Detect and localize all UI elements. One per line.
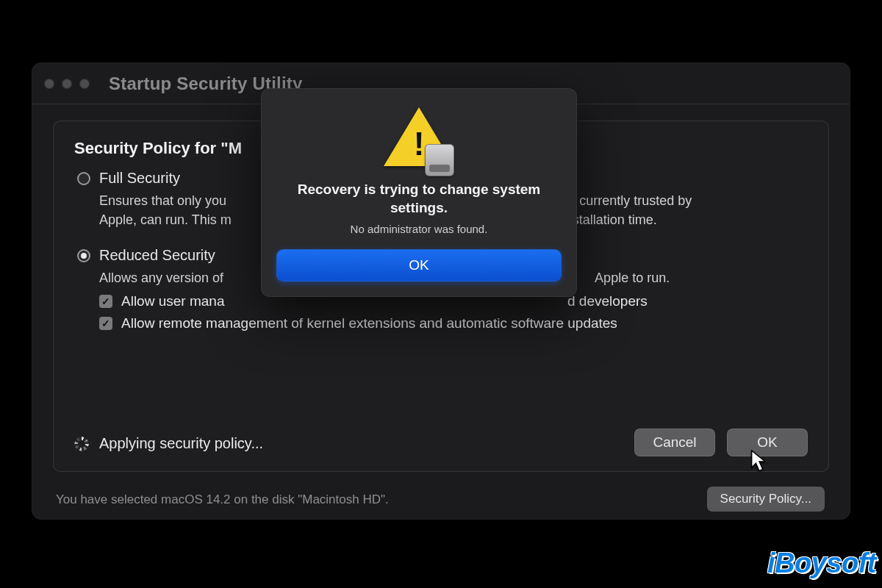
checkbox-icon[interactable]: ✓: [99, 295, 112, 308]
watermark: iBoysoft: [767, 548, 876, 579]
status-text: Applying security policy...: [99, 435, 263, 452]
security-policy-button[interactable]: Security Policy...: [707, 487, 825, 512]
footer-text: You have selected macOS 14.2 on the disk…: [56, 492, 389, 507]
dialog-subtitle: No administrator was found.: [277, 223, 561, 235]
minimize-dot[interactable]: [62, 79, 72, 89]
status-row: Applying security policy...: [74, 435, 263, 452]
warning-icon: !: [277, 107, 561, 171]
panel-button-row: Cancel OK: [634, 429, 808, 456]
dialog-ok-button[interactable]: OK: [277, 250, 561, 281]
checkbox-label: Allow remote management of kernel extens…: [121, 315, 617, 331]
option-label: Full Security: [99, 170, 180, 187]
recovery-auth-dialog: ! Recovery is trying to change system se…: [261, 88, 577, 297]
option-label: Reduced Security: [99, 247, 215, 264]
ok-button[interactable]: OK: [727, 429, 808, 456]
radio-full-security[interactable]: [77, 172, 90, 185]
close-dot[interactable]: [44, 79, 54, 89]
dialog-title: Recovery is trying to change system sett…: [277, 181, 561, 217]
checkbox-icon[interactable]: ✓: [99, 317, 112, 330]
disk-icon: [425, 144, 454, 176]
checkbox-remote-management[interactable]: ✓ Allow remote management of kernel exte…: [99, 315, 808, 331]
spinner-icon: [74, 437, 89, 451]
traffic-lights: [44, 79, 90, 89]
radio-reduced-security[interactable]: [77, 249, 90, 262]
zoom-dot[interactable]: [79, 79, 90, 89]
cancel-button[interactable]: Cancel: [634, 429, 715, 456]
